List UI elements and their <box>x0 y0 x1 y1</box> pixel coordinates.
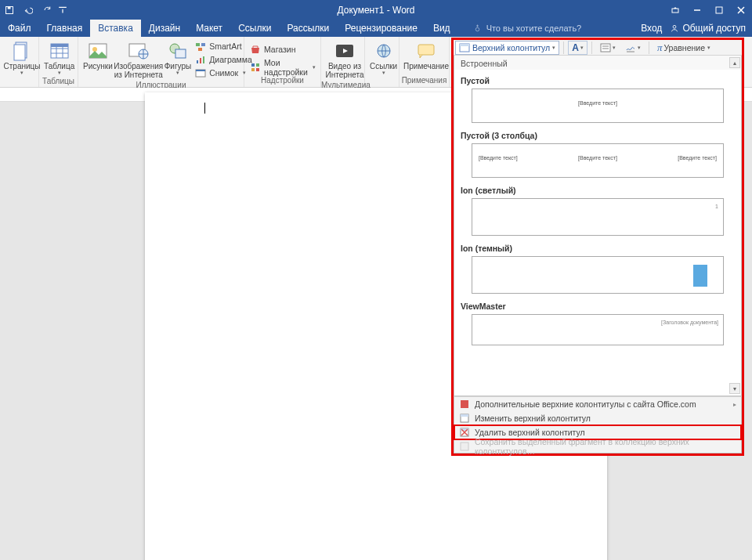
svg-rect-34 <box>461 400 468 408</box>
screenshot-button[interactable]: Снимок▾ <box>195 67 252 79</box>
group-pages: Страницы▾ <box>0 37 39 87</box>
gallery-scroll-up[interactable]: ▴ <box>729 57 740 68</box>
svg-rect-7 <box>14 45 25 60</box>
tmpl-viewmaster[interactable]: [Заголовок документа] <box>472 314 724 345</box>
pages-button[interactable]: Страницы▾ <box>3 38 41 77</box>
svg-rect-24 <box>251 63 255 67</box>
redo-button[interactable] <box>38 0 56 20</box>
svg-point-4 <box>475 27 479 31</box>
tab-review[interactable]: Рецензирование <box>337 20 425 37</box>
equation-button[interactable]: πУравнение▾ <box>653 41 714 55</box>
table-button[interactable]: Таблица▾ <box>42 38 76 77</box>
ribbon-display-options-button[interactable] <box>664 0 686 20</box>
svg-rect-26 <box>251 68 255 71</box>
svg-rect-27 <box>256 68 259 71</box>
office-icon <box>459 399 470 410</box>
tab-home[interactable]: Главная <box>39 20 91 37</box>
remove-header-icon <box>459 427 470 438</box>
smartart-button[interactable]: SmartArt <box>195 40 252 52</box>
save-button[interactable] <box>0 0 19 20</box>
tmpl-blank-3col[interactable]: [Введите текст] [Введите текст] [Введите… <box>472 143 724 178</box>
svg-rect-39 <box>461 443 468 450</box>
tab-mailings[interactable]: Рассылки <box>279 20 337 37</box>
svg-rect-21 <box>203 56 204 63</box>
tab-insert[interactable]: Вставка <box>90 20 141 37</box>
tmpl-blank3-label: Пустой (3 столбца) <box>454 125 741 142</box>
tmpl-ion-light-label: Ion (светлый) <box>454 179 741 197</box>
text-cursor <box>204 103 205 114</box>
window-title: Документ1 - Word <box>337 5 414 16</box>
gallery-category-builtin: Встроенный <box>454 56 741 70</box>
window-controls <box>664 0 752 20</box>
textbox-button[interactable]: A ▾ <box>568 41 588 55</box>
header-templates-gallery[interactable]: ▴ ▾ Встроенный Пустой [Введите текст] Пу… <box>454 56 742 396</box>
svg-point-5 <box>673 25 676 28</box>
account-area: Вход Общий доступ <box>641 20 752 37</box>
links-button[interactable]: Ссылки▾ <box>368 38 399 77</box>
minimize-button[interactable] <box>686 0 708 20</box>
tab-view[interactable]: Вид <box>425 20 458 37</box>
comment-button[interactable]: Примечание <box>403 38 450 72</box>
svg-rect-15 <box>175 49 186 58</box>
svg-rect-32 <box>460 44 469 46</box>
svg-rect-36 <box>461 414 468 417</box>
save-selection-to-gallery-button: Сохранить выделенный фрагмент в коллекци… <box>454 439 741 453</box>
pictures-button[interactable]: Рисунки <box>81 38 114 72</box>
online-video-button[interactable]: Видео из Интернета <box>324 38 365 81</box>
signature-line-button[interactable]: ▾ <box>621 41 645 55</box>
svg-rect-1 <box>8 6 11 9</box>
chevron-right-icon: ▸ <box>733 401 736 408</box>
quick-parts-button[interactable]: ▾ <box>596 41 620 55</box>
svg-rect-30 <box>418 45 434 55</box>
title-bar: Документ1 - Word <box>0 0 752 20</box>
ribbon-header-row: Верхний колонтитул ▾ A ▾ ▾ ▾ πУравнение▾ <box>454 40 742 56</box>
svg-rect-17 <box>201 43 205 46</box>
share-button[interactable]: Общий доступ <box>670 23 746 34</box>
edit-header-button[interactable]: Изменить верхний колонтитул <box>454 411 741 425</box>
store-button[interactable]: Магазин <box>250 43 316 56</box>
svg-rect-18 <box>198 48 202 51</box>
gallery-scroll-down[interactable]: ▾ <box>729 383 740 394</box>
tmpl-ion-light[interactable]: 1 <box>472 198 724 236</box>
ribbon-tabs: Файл Главная Вставка Дизайн Макет Ссылки… <box>0 20 752 37</box>
close-button[interactable] <box>730 0 752 20</box>
gallery-footer-menu: Дополнительные верхние колонтитулы с сай… <box>454 396 742 453</box>
tab-layout[interactable]: Макет <box>188 20 230 37</box>
tab-file[interactable]: Файл <box>0 20 39 37</box>
more-headers-office-button[interactable]: Дополнительные верхние колонтитулы с сай… <box>454 397 741 411</box>
online-pictures-button[interactable]: Изображения из Интернета <box>114 38 163 81</box>
group-comments: Примечание Примечания <box>400 37 450 87</box>
tell-me-placeholder: Что вы хотите сделать? <box>486 23 582 33</box>
save-gallery-icon <box>459 441 470 452</box>
tab-references[interactable]: Ссылки <box>230 20 279 37</box>
tell-me-search[interactable]: Что вы хотите сделать? <box>458 20 642 37</box>
group-media: Видео из Интернета Мультимедиа <box>321 37 365 87</box>
header-button[interactable]: Верхний колонтитул ▾ <box>455 41 559 55</box>
tmpl-blank[interactable]: [Введите текст] <box>472 89 724 123</box>
highlight-annotation: Верхний колонтитул ▾ A ▾ ▾ ▾ πУравнение▾… <box>451 38 744 456</box>
shapes-button[interactable]: Фигуры▾ <box>163 38 193 77</box>
maximize-button[interactable] <box>708 0 730 20</box>
chart-button[interactable]: Диаграмма <box>195 53 252 66</box>
tmpl-viewmaster-label: ViewMaster <box>454 295 741 313</box>
qat-customize-button[interactable] <box>56 0 69 20</box>
tab-design[interactable]: Дизайн <box>141 20 188 37</box>
my-addins-button[interactable]: Мои надстройки▾ <box>250 61 316 74</box>
svg-rect-20 <box>200 58 201 63</box>
svg-rect-25 <box>256 63 259 67</box>
svg-rect-3 <box>716 7 722 13</box>
header-gallery-panel: Верхний колонтитул ▾ A ▾ ▾ ▾ πУравнение▾… <box>454 40 742 453</box>
svg-rect-33 <box>601 44 610 52</box>
svg-rect-19 <box>197 60 198 63</box>
svg-rect-2 <box>672 9 678 13</box>
svg-rect-16 <box>196 43 200 46</box>
group-illustrations: Рисунки Изображения из Интернета Фигуры▾… <box>78 37 244 87</box>
quick-access-toolbar <box>0 0 69 20</box>
group-tables: Таблица▾ Таблицы <box>39 37 78 87</box>
svg-rect-9 <box>51 44 68 47</box>
tmpl-ion-dark-label: Ion (темный) <box>454 237 741 255</box>
share-label: Общий доступ <box>682 23 746 34</box>
sign-in-link[interactable]: Вход <box>641 23 662 34</box>
undo-button[interactable] <box>19 0 38 20</box>
tmpl-ion-dark[interactable] <box>472 256 724 294</box>
